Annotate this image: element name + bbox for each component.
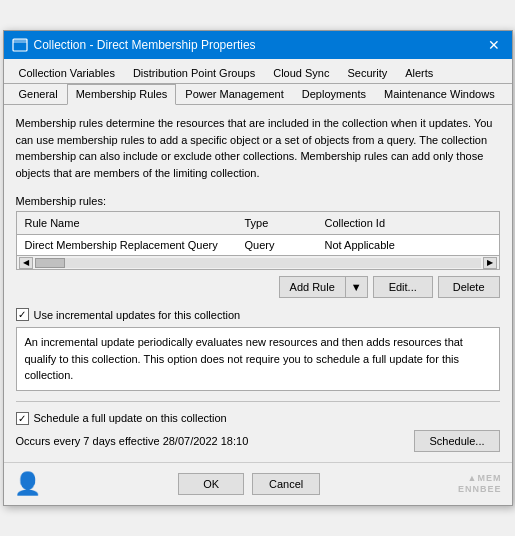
schedule-occurs-row: Occurs every 7 days effective 28/07/2022… [16, 430, 500, 452]
occurs-text: Occurs every 7 days effective 28/07/2022… [16, 435, 407, 447]
window-title: Collection - Direct Membership Propertie… [34, 38, 256, 52]
table-row[interactable]: Direct Membership Replacement Query Quer… [17, 235, 499, 255]
table-header: Rule Name Type Collection Id [17, 212, 499, 235]
membership-rules-label: Membership rules: [16, 195, 500, 207]
rules-table: Rule Name Type Collection Id Direct Memb… [16, 211, 500, 270]
scroll-thumb[interactable] [35, 258, 65, 268]
tab-distribution-point-groups[interactable]: Distribution Point Groups [124, 63, 264, 83]
horizontal-scrollbar[interactable]: ◀ ▶ [17, 255, 499, 269]
title-bar-left: Collection - Direct Membership Propertie… [12, 37, 256, 53]
add-rule-button[interactable]: Add Rule [279, 276, 345, 298]
schedule-checkbox[interactable] [16, 412, 29, 425]
content-area: Membership rules determine the resources… [4, 105, 512, 462]
tab-power-management[interactable]: Power Management [176, 84, 292, 104]
svg-rect-1 [13, 39, 27, 43]
incremental-updates-row: Use incremental updates for this collect… [16, 308, 500, 321]
cancel-button[interactable]: Cancel [252, 473, 320, 495]
scroll-left-arrow[interactable]: ◀ [19, 257, 33, 269]
tab-maintenance-windows[interactable]: Maintenance Windows [375, 84, 504, 104]
edit-button[interactable]: Edit... [373, 276, 433, 298]
add-rule-dropdown-arrow[interactable]: ▼ [345, 276, 368, 298]
cell-collection-id: Not Applicable [317, 237, 499, 253]
window-icon [12, 37, 28, 53]
add-rule-button-group: Add Rule ▼ [279, 276, 368, 298]
schedule-label: Schedule a full update on this collectio… [34, 412, 227, 424]
tabs-row2: General Membership Rules Power Managemen… [4, 84, 512, 105]
tab-general[interactable]: General [10, 84, 67, 104]
divider [16, 401, 500, 402]
scroll-track[interactable] [35, 258, 481, 268]
tab-membership-rules[interactable]: Membership Rules [67, 84, 177, 105]
watermark: ▲MEM ENNBEE [458, 473, 502, 495]
scroll-right-arrow[interactable]: ▶ [483, 257, 497, 269]
incremental-updates-label: Use incremental updates for this collect… [34, 309, 241, 321]
incremental-updates-description: An incremental update periodically evalu… [16, 327, 500, 391]
tab-security[interactable]: Security [338, 63, 396, 83]
col-header-collection-id: Collection Id [317, 215, 499, 231]
col-header-type: Type [237, 215, 317, 231]
tab-cloud-sync[interactable]: Cloud Sync [264, 63, 338, 83]
main-window: Collection - Direct Membership Propertie… [3, 30, 513, 506]
tab-collection-variables[interactable]: Collection Variables [10, 63, 124, 83]
table-buttons: Add Rule ▼ Edit... Delete [16, 276, 500, 298]
bottom-bar: 👤 OK Cancel ▲MEM ENNBEE [4, 462, 512, 505]
col-header-rule-name: Rule Name [17, 215, 237, 231]
cell-rule-name: Direct Membership Replacement Query [17, 237, 237, 253]
description-text: Membership rules determine the resources… [16, 115, 500, 181]
incremental-updates-checkbox[interactable] [16, 308, 29, 321]
tab-deployments[interactable]: Deployments [293, 84, 375, 104]
close-button[interactable]: ✕ [484, 35, 504, 55]
tabs-row1: Collection Variables Distribution Point … [4, 59, 512, 84]
delete-button[interactable]: Delete [438, 276, 500, 298]
title-bar: Collection - Direct Membership Propertie… [4, 31, 512, 59]
tab-alerts[interactable]: Alerts [396, 63, 442, 83]
bottom-buttons: OK Cancel [178, 473, 320, 495]
cell-type: Query [237, 237, 317, 253]
schedule-checkbox-row: Schedule a full update on this collectio… [16, 412, 500, 425]
schedule-button[interactable]: Schedule... [414, 430, 499, 452]
ok-button[interactable]: OK [178, 473, 244, 495]
user-icon: 👤 [14, 471, 41, 497]
schedule-section: Schedule a full update on this collectio… [16, 412, 500, 452]
